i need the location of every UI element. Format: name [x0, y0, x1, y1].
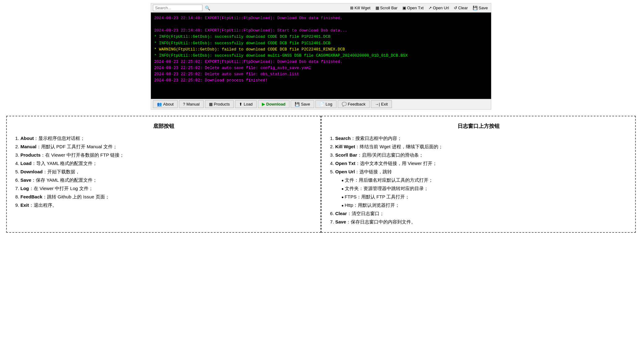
right-list-item: Kill Wget：终结当前 Wget 进程，继续下载后面的；: [335, 142, 628, 151]
sub-list-item: FTPS：用默认 FTP 工具打开；: [341, 193, 628, 201]
save-bottom-button[interactable]: 💾 Save: [291, 100, 314, 108]
sub-list-item: 文件夹：资源管理器中跳转对应的目录；: [341, 184, 628, 193]
left-list-item: Manual：用默认 PDF 工具打开 Manual 文件；: [20, 142, 313, 151]
open-txt-icon: ▣: [402, 6, 406, 10]
log-icon: 📄: [319, 102, 324, 106]
log-line: * INFO(FtpUtil::GetDsb): successfully do…: [154, 53, 488, 59]
left-list-item: Load：导入 YAML 格式的配置文件；: [20, 159, 313, 167]
open-url-button[interactable]: ↗ Open Url: [427, 5, 450, 11]
feedback-icon: 💬: [342, 102, 347, 106]
docs-container: 底部按钮 About：显示程序信息对话框；Manual：用默认 PDF 工具打开…: [6, 116, 636, 233]
left-list-item: Exit：退出程序。: [20, 201, 313, 209]
top-toolbar: 🔍 ⊠ Kill Wget ▦ Scroll Bar ▣ Open Txt ↗ …: [151, 3, 491, 12]
download-icon: ▶: [262, 102, 265, 106]
app-window: 🔍 ⊠ Kill Wget ▦ Scroll Bar ▣ Open Txt ↗ …: [151, 3, 491, 110]
load-button[interactable]: ⬆ Load: [235, 100, 257, 108]
products-button[interactable]: ▦ Products: [205, 100, 234, 108]
save-top-icon: 💾: [473, 6, 478, 10]
log-line: * INFO(FtpUtil::GetDsb): successfully do…: [154, 40, 488, 46]
scrollbar-icon: ▦: [375, 6, 379, 10]
manual-button[interactable]: ? Manual: [179, 100, 204, 108]
open-txt-label: Open Txt: [407, 6, 423, 10]
left-list-item: Products：在 Viewer 中打开各数据的 FTP 链接；: [20, 151, 313, 159]
about-icon: 👥: [157, 102, 162, 106]
right-list-item: Search：搜索日志框中的内容；: [335, 134, 628, 142]
left-list-item: FeedBack：跳转 Github 上的 Issue 页面；: [20, 193, 313, 201]
save-top-button[interactable]: 💾 Save: [471, 5, 489, 11]
left-list-item: Save：保存 YAML 格式的配置文件；: [20, 176, 313, 184]
left-list-item: About：显示程序信息对话框；: [20, 134, 313, 142]
right-list-item: Save：保存日志窗口中的内容到文件。: [335, 218, 628, 226]
clear-label: Clear: [458, 6, 468, 10]
kill-wget-button[interactable]: ⊠ Kill Wget: [349, 5, 371, 11]
log-line: 2024-08-23 22:25:02: EXPORT(FtpUtil::Ftp…: [154, 59, 488, 65]
right-list-item: Open Url：选中链接，跳转文件：用后缀名对应默认工具的方式打开；文件夹：资…: [335, 167, 628, 209]
exit-button[interactable]: →| Exit: [371, 100, 392, 108]
right-panel-title: 日志窗口上方按钮: [329, 123, 628, 130]
right-panel: 日志窗口上方按钮 Search：搜索日志框中的内容；Kill Wget：终结当前…: [321, 116, 636, 233]
open-txt-button[interactable]: ▣ Open Txt: [401, 5, 425, 11]
right-list-item: Scorll Bar：启用/关闭日志窗口的滑动条；: [335, 151, 628, 159]
log-line: [154, 21, 488, 28]
load-icon: ⬆: [239, 102, 242, 106]
products-icon: ▦: [209, 102, 213, 106]
log-line: 2024-08-23 22:25:02: Delete auto save fi…: [154, 65, 488, 71]
scroll-bar-button[interactable]: ▦ Scroll Bar: [374, 5, 399, 11]
right-list-item: Open Txt：选中文本文件链接，用 Viewer 打开；: [335, 159, 628, 167]
open-url-icon: ↗: [428, 6, 432, 10]
feedback-button[interactable]: 💬 Feedback: [338, 100, 370, 108]
bottom-toolbar: 👥 About ? Manual ▦ Products ⬆ Load ▶ Dow…: [151, 99, 491, 110]
clear-icon: ↺: [454, 6, 457, 10]
search-icon[interactable]: 🔍: [205, 6, 210, 11]
clear-button[interactable]: ↺ Clear: [453, 5, 469, 11]
log-line: 2024-08-23 22:14:40: EXPORT(FtpUtil::Ftp…: [154, 15, 488, 21]
left-list-item: Log：在 Viewer 中打开 Log 文件；: [20, 184, 313, 193]
log-line: * WARNING(FtpUtil::GetDsb): failed to do…: [154, 46, 488, 53]
log-line: 2024-08-23 22:25:02: Delete auto save fi…: [154, 71, 488, 77]
scroll-bar-label: Scroll Bar: [380, 6, 397, 10]
log-line: * INFO(FtpUtil::GetDsb): successfully do…: [154, 34, 488, 40]
search-input[interactable]: [153, 5, 202, 11]
about-button[interactable]: 👥 About: [153, 100, 178, 108]
right-list-item: Clear：清空日志窗口；: [335, 209, 628, 218]
kill-icon: ⊠: [350, 6, 354, 10]
left-list-item: Download：开始下载数据，: [20, 167, 313, 176]
save-bottom-icon: 💾: [295, 102, 300, 106]
kill-wget-label: Kill Wget: [354, 6, 370, 10]
log-line: 2024-08-23 22:25:02: Download process fi…: [154, 77, 488, 84]
left-panel: 底部按钮 About：显示程序信息对话框；Manual：用默认 PDF 工具打开…: [6, 116, 321, 233]
left-panel-title: 底部按钮: [14, 123, 313, 130]
sub-list-item: Http：用默认浏览器打开；: [341, 201, 628, 209]
download-button[interactable]: ▶ Download: [258, 100, 289, 108]
log-line: 2024-08-23 22:14:40: EXPORT(FtpUtil::Ftp…: [154, 28, 488, 34]
save-top-label: Save: [479, 6, 488, 10]
log-button[interactable]: 📄 Log: [315, 100, 336, 108]
sub-list-item: 文件：用后缀名对应默认工具的方式打开；: [341, 176, 628, 184]
open-url-label: Open Url: [433, 6, 449, 10]
exit-icon: →|: [375, 102, 380, 106]
manual-icon: ?: [183, 102, 185, 106]
log-window: 2024-08-23 22:14:40: EXPORT(FtpUtil::Ftp…: [151, 12, 491, 99]
